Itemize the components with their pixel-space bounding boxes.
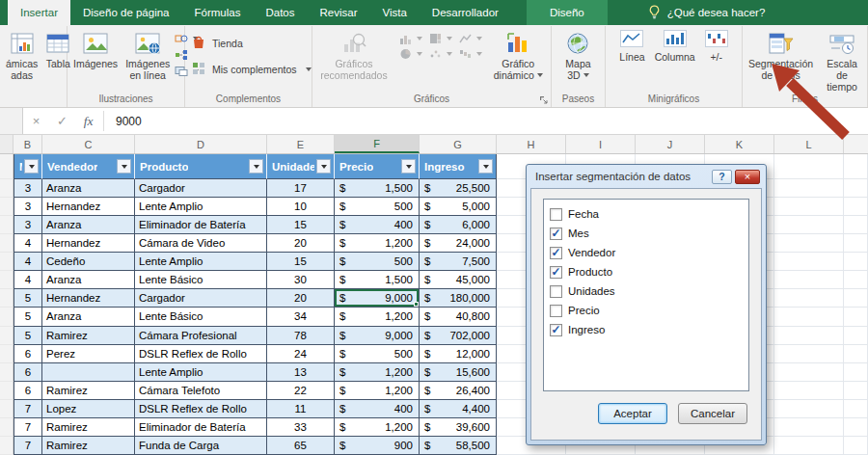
cancel-icon[interactable]: × bbox=[23, 108, 49, 134]
tell-me-search[interactable]: ¿Qué desea hacer? bbox=[648, 0, 766, 25]
cell-producto[interactable]: Cámara Telefoto bbox=[135, 382, 267, 400]
column-header-l[interactable]: L bbox=[774, 135, 844, 153]
slicer-field-producto[interactable]: ✓Producto bbox=[548, 262, 745, 281]
insert-function-icon[interactable]: fx bbox=[75, 108, 101, 134]
cell-vendedor[interactable]: Ramirez bbox=[42, 437, 135, 455]
cell-ingreso[interactable]: $702,000 bbox=[420, 327, 497, 345]
cell-mes[interactable]: 4 bbox=[14, 271, 42, 289]
empty-cell[interactable] bbox=[844, 327, 868, 345]
cell-vendedor[interactable]: Aranza bbox=[42, 308, 135, 326]
cell-unidades[interactable]: 30 bbox=[267, 271, 335, 289]
cell-ingreso[interactable]: $40,800 bbox=[420, 308, 497, 326]
cell-vendedor[interactable]: Perez bbox=[42, 345, 135, 363]
cell-vendedor[interactable] bbox=[42, 363, 135, 382]
cell-precio[interactable]: $400 bbox=[335, 216, 420, 234]
tab-formulas[interactable]: Fórmulas bbox=[182, 0, 254, 25]
cell-ingreso[interactable]: $25,500 bbox=[420, 179, 497, 198]
cell-ingreso[interactable]: $4,400 bbox=[420, 400, 497, 418]
cell-mes[interactable]: 6 bbox=[14, 345, 42, 363]
slicer-field-unidades[interactable]: Unidades bbox=[548, 281, 745, 301]
cell-producto[interactable]: Lente Amplio bbox=[135, 253, 267, 271]
insert-timeline-button[interactable]: Escala detiempo bbox=[819, 26, 865, 93]
insert-slicer-button[interactable]: Segmentaciónde datos bbox=[745, 26, 817, 81]
empty-cell[interactable] bbox=[774, 179, 844, 198]
cell-unidades[interactable]: 20 bbox=[267, 234, 335, 253]
cell-producto[interactable]: DSLR Reflex de Rollo bbox=[135, 345, 267, 363]
select-all-corner[interactable] bbox=[0, 135, 14, 153]
cell-producto[interactable]: Funda de Carga bbox=[135, 437, 267, 455]
checkbox-vendedor[interactable]: ✓ bbox=[550, 247, 562, 259]
tab-vista[interactable]: Vista bbox=[369, 0, 419, 25]
pictures-button[interactable]: Imágenes bbox=[69, 26, 122, 69]
cell-ingreso[interactable]: $15,600 bbox=[420, 363, 497, 382]
cell-mes[interactable]: 6 bbox=[14, 382, 42, 400]
cell-precio[interactable]: $900 bbox=[335, 437, 420, 455]
empty-cell[interactable] bbox=[774, 363, 844, 382]
table-header-vendedor[interactable]: Vendedor bbox=[42, 154, 135, 179]
slicer-field-precio[interactable]: Precio bbox=[548, 301, 745, 320]
enter-icon[interactable]: ✓ bbox=[49, 108, 75, 134]
cell-unidades[interactable]: 13 bbox=[267, 363, 335, 382]
cell-ingreso[interactable]: $5,000 bbox=[420, 198, 497, 216]
cell-ingreso[interactable]: $45,000 bbox=[420, 271, 497, 289]
table-header-precio[interactable]: Precio bbox=[335, 154, 420, 179]
cell-precio[interactable]: $500 bbox=[335, 198, 420, 216]
cell-mes[interactable]: 5 bbox=[14, 327, 42, 345]
scatter-chart-button[interactable] bbox=[429, 48, 452, 60]
cell-precio[interactable]: $1,500 bbox=[335, 179, 420, 198]
sparkline-winloss-button[interactable]: +/- bbox=[700, 26, 733, 63]
empty-cell[interactable] bbox=[844, 154, 868, 179]
cell-precio[interactable]: $500 bbox=[335, 253, 420, 271]
cell-ingreso[interactable]: $39,600 bbox=[420, 418, 497, 437]
cell-mes[interactable]: 7 bbox=[14, 400, 42, 418]
cell-unidades[interactable]: 10 bbox=[267, 198, 335, 216]
cell-precio[interactable]: $1,200 bbox=[335, 382, 420, 400]
cell-precio[interactable]: $500 bbox=[335, 345, 420, 363]
online-pictures-button[interactable]: Imágenesen línea bbox=[122, 26, 174, 81]
filter-button-vendedor[interactable] bbox=[117, 159, 131, 174]
pie-chart-button[interactable] bbox=[399, 48, 422, 60]
column-header-g[interactable]: G bbox=[420, 135, 497, 153]
tab-desarrollador[interactable]: Desarrollador bbox=[420, 0, 511, 25]
empty-cell[interactable] bbox=[844, 289, 868, 308]
fill-handle[interactable] bbox=[414, 302, 419, 307]
cell-vendedor[interactable]: Ramirez bbox=[42, 418, 135, 437]
empty-cell[interactable] bbox=[844, 382, 868, 400]
cell-vendedor[interactable]: Ramirez bbox=[42, 327, 135, 345]
slicer-field-mes[interactable]: ✓Mes bbox=[548, 224, 745, 243]
cell-unidades[interactable]: 33 bbox=[267, 418, 335, 437]
cell-vendedor[interactable]: Hernandez bbox=[42, 289, 135, 308]
cell-producto[interactable]: Cargador bbox=[135, 179, 267, 198]
empty-cell[interactable] bbox=[844, 271, 868, 289]
checkbox-fecha[interactable] bbox=[550, 208, 562, 221]
empty-cell[interactable] bbox=[774, 327, 844, 345]
dialog-close-button[interactable]: × bbox=[735, 170, 760, 184]
column-header-b[interactable]: B bbox=[14, 135, 42, 153]
empty-cell[interactable] bbox=[844, 253, 868, 271]
sparkline-column-button[interactable]: Columna bbox=[650, 26, 700, 63]
checkbox-unidades[interactable] bbox=[550, 285, 562, 298]
cell-vendedor[interactable]: Aranza bbox=[42, 271, 135, 289]
tab-insertar[interactable]: Insertar bbox=[8, 0, 70, 25]
filter-button-ingreso[interactable] bbox=[478, 159, 493, 174]
accept-button[interactable]: Aceptar bbox=[598, 403, 667, 424]
empty-cell[interactable] bbox=[844, 216, 868, 234]
cell-unidades[interactable]: 24 bbox=[267, 345, 335, 363]
column-header-f[interactable]: F bbox=[335, 135, 420, 153]
hierarchy-chart-button[interactable] bbox=[429, 33, 452, 44]
cell-ingreso[interactable]: $180,000 bbox=[420, 289, 497, 308]
slicer-field-ingreso[interactable]: ✓Ingreso bbox=[548, 320, 745, 339]
cell-precio[interactable]: $1,200 bbox=[335, 234, 420, 253]
cell-unidades[interactable]: 11 bbox=[267, 400, 335, 418]
cell-unidades[interactable]: 22 bbox=[267, 382, 335, 400]
column-header-k[interactable]: K bbox=[705, 135, 774, 153]
cell-precio[interactable]: $1,200 bbox=[335, 363, 420, 382]
cell-unidades[interactable]: 78 bbox=[267, 327, 335, 345]
column-header-c[interactable]: C bbox=[42, 135, 135, 153]
filter-button-precio[interactable] bbox=[401, 159, 416, 174]
cell-producto[interactable]: Cargador bbox=[135, 289, 267, 308]
empty-cell[interactable] bbox=[844, 400, 868, 418]
empty-cell[interactable] bbox=[774, 154, 844, 179]
cell-unidades[interactable]: 17 bbox=[267, 179, 335, 198]
cancel-button[interactable]: Cancelar bbox=[678, 403, 747, 424]
